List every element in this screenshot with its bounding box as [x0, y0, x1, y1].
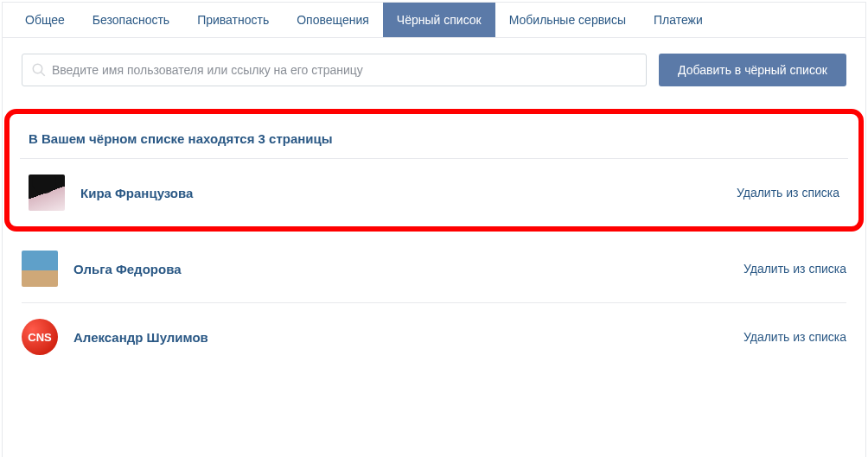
remove-from-list-link[interactable]: Удалить из списка	[744, 262, 846, 276]
avatar[interactable]	[29, 175, 65, 211]
user-name-link[interactable]: Ольга Федорова	[73, 262, 744, 276]
search-input[interactable]	[52, 54, 646, 86]
remove-from-list-link[interactable]: Удалить из списка	[744, 330, 846, 344]
svg-point-0	[33, 64, 42, 73]
tab-notifications[interactable]: Оповещения	[283, 3, 383, 37]
tab-blacklist[interactable]: Чёрный список	[383, 3, 495, 37]
tab-security[interactable]: Безопасность	[79, 3, 183, 37]
spacer	[3, 371, 865, 457]
svg-line-1	[41, 72, 45, 76]
user-name-link[interactable]: Кира Французова	[80, 186, 737, 200]
blacklist-row: Кира Французова Удалить из списка	[20, 159, 848, 226]
search-field-wrap	[22, 54, 647, 86]
avatar[interactable]: CNS	[22, 319, 58, 355]
settings-tabs: Общее Безопасность Приватность Оповещени…	[3, 3, 865, 38]
blacklist-row: Ольга Федорова Удалить из списка	[22, 235, 846, 303]
settings-panel: Общее Безопасность Приватность Оповещени…	[2, 2, 866, 457]
tab-general[interactable]: Общее	[11, 3, 79, 37]
blacklist-count-header: В Вашем чёрном списке находятся 3 страни…	[20, 117, 848, 159]
add-to-blacklist-button[interactable]: Добавить в чёрный список	[659, 54, 846, 86]
tab-mobile[interactable]: Мобильные сервисы	[495, 3, 640, 37]
tab-payments[interactable]: Платежи	[640, 3, 717, 37]
blacklist-row: CNS Александр Шулимов Удалить из списка	[22, 303, 846, 371]
blacklist-list: Ольга Федорова Удалить из списка CNS Але…	[3, 235, 865, 371]
remove-from-list-link[interactable]: Удалить из списка	[737, 186, 839, 200]
highlight-annotation: В Вашем чёрном списке находятся 3 страни…	[4, 109, 864, 232]
search-icon	[31, 62, 47, 78]
avatar[interactable]	[22, 251, 58, 287]
tab-privacy[interactable]: Приватность	[183, 3, 283, 37]
user-name-link[interactable]: Александр Шулимов	[73, 330, 744, 345]
search-row: Добавить в чёрный список	[3, 38, 865, 102]
